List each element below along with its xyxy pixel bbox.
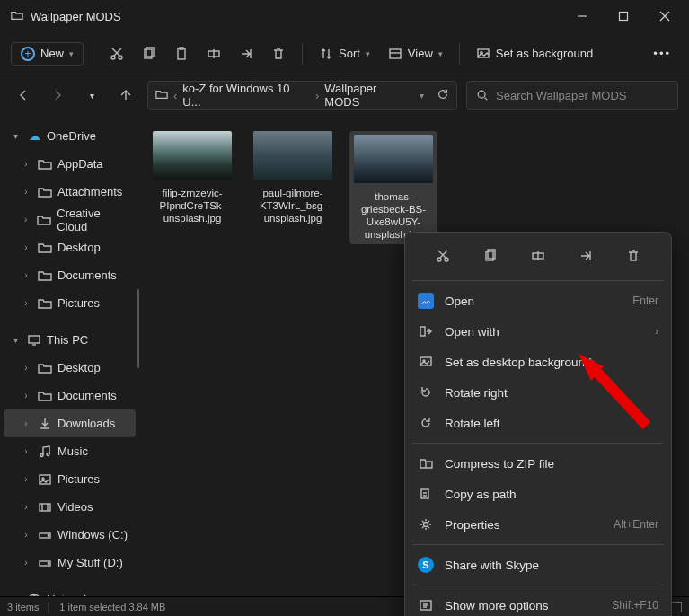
menu-item-hint: Shift+F10 [612, 599, 658, 612]
sidebar-item-pictures[interactable]: ›Pictures [4, 289, 136, 317]
maximize-button[interactable] [603, 0, 644, 32]
close-button[interactable] [644, 0, 685, 32]
menu-item-label: Compress to ZIP file [445, 457, 658, 471]
separator [459, 43, 460, 65]
videos-icon [38, 500, 52, 515]
sidebar-item-onedrive[interactable]: ▾☁OneDrive [4, 122, 136, 150]
sidebar-item-downloads[interactable]: ›Downloads [4, 409, 136, 437]
cut-button[interactable] [102, 40, 131, 68]
svg-point-18 [40, 453, 43, 456]
folder-icon [38, 268, 52, 283]
delete-button[interactable] [264, 40, 293, 68]
menu-item-label: Share with Skype [445, 559, 658, 572]
menu-item-compress-zip[interactable]: Compress to ZIP file [405, 448, 671, 479]
sidebar-item-videos[interactable]: ›Videos [4, 493, 136, 521]
back-button[interactable] [11, 83, 36, 108]
view-button[interactable]: View ▾ [381, 40, 450, 68]
sidebar-item-this-pc[interactable]: ▾This PC [4, 326, 136, 354]
menu-item-rotate-left[interactable]: Rotate left [405, 408, 671, 438]
address-bar[interactable]: ‹ ko-Z for Windows 10 U... › Wallpaper M… [147, 81, 457, 110]
svg-rect-8 [178, 48, 185, 59]
sort-button[interactable]: Sort ▾ [312, 40, 377, 68]
rotate-right-icon [418, 384, 434, 400]
chevron-down-icon: ▾ [9, 131, 22, 141]
chevron-right-icon: › [655, 325, 658, 338]
sidebar-item-appdata[interactable]: ›AppData [4, 150, 136, 178]
context-share-button[interactable] [571, 243, 600, 268]
set-background-button[interactable]: Set as background [469, 40, 600, 68]
breadcrumb[interactable]: Wallpaper MODS [324, 82, 414, 109]
menu-item-hint: Enter [632, 295, 658, 307]
menu-item-open[interactable]: Open Enter [405, 286, 671, 316]
chevron-left-icon: ‹ [173, 89, 177, 102]
chevron-down-icon[interactable]: ▾ [420, 91, 424, 101]
up-button[interactable] [113, 83, 138, 108]
context-cut-button[interactable] [428, 243, 457, 268]
folder-icon [38, 157, 52, 172]
zip-icon [418, 455, 434, 471]
minimize-button[interactable] [561, 0, 603, 32]
file-item[interactable]: filip-zrnzevic-PIpndCreTSk-unsplash.jpg [148, 131, 236, 224]
svg-point-29 [445, 258, 448, 261]
chevron-right-icon: › [20, 446, 32, 456]
navigation-row: ▾ ‹ ko-Z for Windows 10 U... › Wallpaper… [0, 75, 689, 115]
refresh-button[interactable] [437, 88, 449, 103]
pictures-icon [38, 472, 52, 487]
menu-item-open-with[interactable]: Open with › [405, 316, 671, 347]
sidebar-item-network[interactable]: ›Network [4, 585, 136, 596]
folder-icon [38, 185, 52, 199]
svg-point-16 [478, 91, 485, 98]
thumbnail [153, 131, 232, 180]
share-button[interactable] [232, 40, 261, 68]
new-button[interactable]: + New ▾ [11, 42, 84, 66]
sidebar-item-windows-c[interactable]: ›Windows (C:) [4, 521, 136, 549]
sidebar-item-label: Windows (C:) [57, 528, 128, 541]
sidebar-item-creative-cloud[interactable]: ›Creative Cloud [4, 206, 136, 233]
forward-button[interactable] [45, 83, 70, 108]
context-copy-button[interactable] [476, 243, 505, 268]
folder-icon [155, 88, 168, 103]
menu-item-share-skype[interactable]: S Share with Skype [405, 550, 671, 580]
sidebar-item-desktop2[interactable]: ›Desktop [4, 354, 136, 382]
context-rename-button[interactable] [524, 243, 552, 268]
sidebar-item-documents2[interactable]: ›Documents [4, 382, 136, 409]
menu-item-show-more[interactable]: Show more options Shift+F10 [405, 590, 671, 616]
menu-item-set-desktop-background[interactable]: Set as desktop background [405, 347, 671, 377]
sidebar-item-attachments[interactable]: ›Attachments [4, 178, 136, 206]
menu-item-label: Open with [445, 325, 644, 339]
computer-icon [27, 333, 41, 348]
rename-button[interactable] [199, 40, 228, 68]
chevron-right-icon: › [20, 159, 32, 169]
context-delete-button[interactable] [619, 243, 648, 268]
folder-icon [38, 241, 52, 255]
sidebar-item-documents[interactable]: ›Documents [4, 261, 136, 289]
separator [93, 43, 93, 65]
open-with-icon [418, 323, 434, 339]
search-input[interactable]: Search Wallpaper MODS [466, 81, 678, 110]
sidebar-item-desktop[interactable]: ›Desktop [4, 233, 136, 261]
menu-item-rotate-right[interactable]: Rotate right [405, 377, 671, 408]
sidebar-item-pictures2[interactable]: ›Pictures [4, 465, 136, 493]
svg-rect-17 [29, 336, 40, 343]
file-item[interactable]: paul-gilmore-KT3WIrL_bsg-unsplash.jpg [249, 131, 337, 224]
sidebar-item-music[interactable]: ›Music [4, 437, 136, 465]
copy-button[interactable] [135, 40, 163, 68]
breadcrumb[interactable]: ko-Z for Windows 10 U... [182, 82, 310, 109]
folder-icon [37, 213, 51, 227]
more-button[interactable]: ••• [646, 40, 678, 68]
file-item-selected[interactable]: thomas-griesbeck-BS-Uxe8wU5Y-unsplash.jp… [349, 131, 437, 244]
svg-point-19 [47, 453, 49, 455]
recent-dropdown[interactable]: ▾ [79, 83, 104, 108]
menu-item-properties[interactable]: Properties Alt+Enter [405, 509, 671, 540]
chevron-down-icon: ▾ [9, 335, 22, 345]
menu-divider [412, 585, 664, 585]
chevron-right-icon: › [20, 558, 32, 568]
menu-item-label: Rotate right [445, 386, 658, 400]
menu-item-copy-path[interactable]: Copy as path [405, 479, 671, 509]
sidebar-item-label: Documents [57, 268, 117, 282]
paste-button[interactable] [167, 40, 196, 68]
menu-divider [412, 544, 664, 545]
sidebar-item-label: Desktop [57, 241, 101, 254]
sidebar-item-my-stuff-d[interactable]: ›My Stuff (D:) [4, 549, 136, 576]
skype-icon: S [418, 557, 434, 573]
